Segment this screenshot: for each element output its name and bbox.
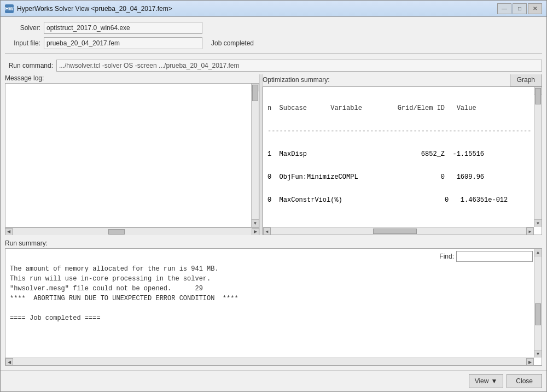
hscroll-track[interactable]: [13, 228, 252, 235]
solver-row: Solver:: [5, 21, 542, 34]
view-button-label: View: [475, 377, 489, 385]
opt-summary-label: Optimization summary:: [263, 76, 330, 84]
run-summary-hscroll[interactable]: ◀ ▶: [5, 358, 534, 365]
graph-button[interactable]: Graph: [510, 74, 542, 86]
window-title: HyperWorks Solver View <prueba_20_04_201…: [17, 5, 172, 13]
bottom-bar: View ▼ Close: [1, 370, 546, 391]
panels-row: Message log: ▲ ▼ ◀ ▶: [5, 74, 542, 235]
rs-hscroll-left[interactable]: ◀: [5, 358, 13, 366]
rs-vscroll-up[interactable]: ▲: [534, 249, 542, 256]
view-button[interactable]: View ▼: [469, 374, 504, 388]
close-action-button[interactable]: Close: [507, 374, 542, 388]
opt-table-header: n Subcase Variable Grid/Elem ID Value: [267, 104, 537, 112]
opt-table-row-1: 0 ObjFun:MinimizeCOMPL 0 1609.96: [267, 173, 537, 181]
opt-vscroll-thumb[interactable]: [535, 88, 541, 104]
run-command-input[interactable]: [56, 60, 542, 72]
find-label: Find:: [439, 253, 454, 260]
main-window: HW HyperWorks Solver View <prueba_20_04_…: [0, 0, 547, 392]
title-bar: HW HyperWorks Solver View <prueba_20_04_…: [1, 1, 546, 17]
close-button[interactable]: ✕: [528, 3, 542, 14]
solver-label: Solver:: [5, 24, 40, 32]
minimize-button[interactable]: —: [497, 3, 511, 14]
run-summary-area[interactable]: Find: The amount of memory allocated for…: [5, 248, 542, 366]
opt-hscroll-thumb[interactable]: [373, 229, 417, 234]
run-command-label: Run command:: [5, 62, 53, 69]
opt-hscroll-track[interactable]: [271, 227, 526, 235]
opt-table-area[interactable]: n Subcase Variable Grid/Elem ID Value --…: [263, 86, 542, 235]
title-bar-left: HW HyperWorks Solver View <prueba_20_04_…: [5, 4, 172, 13]
run-summary-section: Run summary: Find: The amount of memory …: [5, 239, 542, 366]
opt-hscroll-right[interactable]: ▶: [526, 227, 534, 235]
opt-table-row-0: 1 MaxDisp 6852_Z -1.15516: [267, 150, 537, 158]
message-log-hscroll[interactable]: ◀ ▶: [5, 227, 259, 235]
job-status: Job completed: [211, 39, 254, 47]
opt-vscroll[interactable]: ▲ ▼: [534, 87, 542, 227]
solver-input[interactable]: [44, 22, 202, 34]
rs-hscroll-track[interactable]: [13, 358, 526, 365]
find-row: Find:: [439, 251, 533, 262]
opt-header: Optimization summary: Graph: [263, 74, 542, 85]
message-log-area[interactable]: ▲ ▼: [5, 83, 259, 227]
message-log-vscroll[interactable]: ▲ ▼: [251, 84, 259, 227]
maximize-button[interactable]: □: [513, 3, 527, 14]
view-dropdown-arrow: ▼: [491, 377, 497, 385]
app-icon: HW: [5, 4, 14, 13]
input-file-label: Input file:: [5, 39, 40, 47]
run-summary-vscroll[interactable]: ▲ ▼: [534, 249, 542, 358]
separator-1: [5, 53, 542, 54]
find-input[interactable]: [456, 251, 533, 262]
hscroll-left-arrow[interactable]: ◀: [5, 228, 13, 236]
vscroll-thumb[interactable]: [252, 85, 258, 101]
hscroll-thumb[interactable]: [108, 229, 125, 235]
opt-vscroll-down[interactable]: ▼: [534, 219, 542, 227]
opt-table-content: n Subcase Variable Grid/Elem ID Value --…: [263, 87, 542, 221]
opt-table-divider: ----------------------------------------…: [267, 127, 537, 135]
message-log-label: Message log:: [5, 74, 259, 82]
rs-vscroll-down[interactable]: ▼: [534, 350, 542, 358]
rs-hscroll-right[interactable]: ▶: [526, 358, 534, 366]
window-content: Solver: Input file: Job completed Run co…: [1, 17, 546, 370]
opt-hscroll[interactable]: ◀ ▶: [263, 227, 534, 235]
vscroll-down-arrow[interactable]: ▼: [252, 219, 259, 227]
input-file-row: Input file: Job completed: [5, 37, 542, 50]
rs-vscroll-thumb[interactable]: [535, 303, 541, 325]
window-controls: — □ ✕: [497, 3, 542, 14]
run-summary-label: Run summary:: [5, 239, 542, 247]
left-panel: Message log: ▲ ▼ ◀ ▶: [5, 74, 259, 235]
right-panel: Optimization summary: Graph n Subcase Va…: [263, 74, 542, 235]
hscroll-right-arrow[interactable]: ▶: [252, 228, 259, 236]
opt-hscroll-left[interactable]: ◀: [263, 227, 271, 235]
opt-table-row-2: 0 MaxConstrViol(%) 0 1.46351e-012: [267, 196, 537, 204]
run-command-row: Run command:: [5, 59, 542, 72]
input-file-input[interactable]: [44, 37, 202, 49]
